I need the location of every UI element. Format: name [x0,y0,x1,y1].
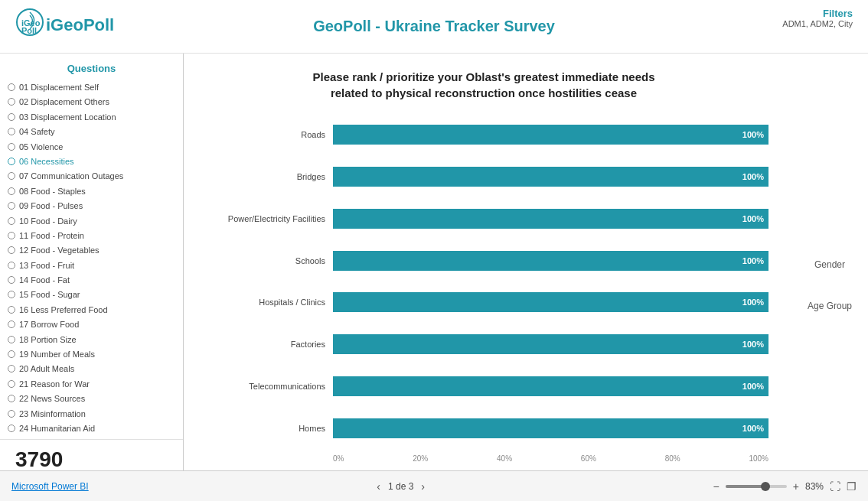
sidebar-scroll[interactable]: 01 Displacement Self02 Displacement Othe… [0,80,183,439]
sidebar-item-q22[interactable]: 22 News Sources [0,392,183,406]
header: iGeo Poll iGeoPoll GeoPoll - Ukraine Tra… [0,0,868,54]
bar-track: 100% [333,251,768,271]
radio-q06 [8,158,15,165]
x-axis-tick: 60% [581,454,596,463]
next-page-button[interactable]: › [421,480,425,493]
right-panel: Gender Age Group [791,54,868,470]
sidebar-label-q06: 06 Necessities [19,156,175,168]
sidebar-item-q21[interactable]: 21 Reason for War [0,377,183,392]
sidebar-label-q13: 13 Food - Fruit [19,260,175,272]
sidebar-label-q20: 20 Adult Meals [19,363,175,375]
bar-label: Homes [199,424,333,433]
logo: iGeo Poll iGeoPoll [15,8,114,42]
sidebar-label-q09: 09 Food - Pulses [19,200,175,212]
bar-track: 100% [333,334,768,354]
zoom-slider-fill [726,485,765,488]
bar-fill: 100% [333,418,768,438]
bar-fill: 100% [333,125,768,145]
chart-title: Please rank / prioritize your Oblast's g… [199,69,768,101]
sidebar-item-q15[interactable]: 15 Food - Sugar [0,288,183,302]
sidebar-label-q15: 15 Food - Sugar [19,289,175,301]
radio-q07 [8,172,15,180]
radio-q04 [8,128,15,135]
filters-label: Filters [782,8,853,19]
zoom-plus-button[interactable]: + [793,480,799,493]
bar-track: 100% [333,292,768,312]
bar-label: Hospitals / Clinics [199,298,333,307]
sidebar-item-q04[interactable]: 04 Safety [0,125,183,139]
radio-q20 [8,365,15,372]
sidebar-item-q20[interactable]: 20 Adult Meals [0,362,183,376]
logo-text: iGeoPoll [46,15,114,35]
sidebar-item-q05[interactable]: 05 Violence [0,140,183,155]
zoom-slider-thumb[interactable] [761,482,770,491]
x-axis-tick: 100% [749,454,768,463]
page-title: GeoPoll - Ukraine Tracker Survey [313,18,555,35]
sidebar-item-q02[interactable]: 02 Displacement Others [0,95,183,109]
radio-q05 [8,143,15,151]
sidebar-item-q08[interactable]: 08 Food - Staples [0,184,183,199]
sidebar-label-q11: 11 Food - Protein [19,230,175,242]
sidebar-label-q04: 04 Safety [19,126,175,138]
fullscreen-icon[interactable]: ❐ [847,480,857,493]
prev-page-button[interactable]: ‹ [377,480,380,493]
footer-right: − + 83% ⛶ ❐ [713,480,857,493]
sidebar-label-q12: 12 Food - Vegetables [19,245,175,256]
bar-value: 100% [742,130,768,139]
chart-container: Roads 100% Bridges 100% Power/Electricit… [199,116,768,451]
radio-q11 [8,232,15,239]
sidebar-item-q25[interactable]: 25 Aid Presence [0,436,183,439]
sidebar-item-q09[interactable]: 09 Food - Pulses [0,199,183,213]
sidebar-item-q10[interactable]: 10 Food - Dairy [0,214,183,229]
bar-label: Power/Electricity Facilities [199,214,333,223]
sidebar-label-q19: 19 Number of Meals [19,349,175,360]
sidebar-label-q16: 16 Less Preferred Food [19,304,175,316]
sidebar-label-q02: 02 Displacement Others [19,96,175,108]
bar-value: 100% [742,214,768,223]
page-info: 1 de 3 [388,481,413,492]
sidebar-item-q07[interactable]: 07 Communication Outages [0,169,183,184]
sidebar-item-q06[interactable]: 06 Necessities [0,155,183,169]
powerbi-link[interactable]: Microsoft Power BI [11,481,89,492]
radio-q13 [8,262,15,269]
sidebar: Questions 01 Displacement Self02 Displac… [0,54,184,470]
main-content: Questions 01 Displacement Self02 Displac… [0,54,868,470]
sidebar-item-q14[interactable]: 14 Food - Fat [0,273,183,288]
zoom-minus-button[interactable]: − [713,480,720,493]
radio-q09 [8,202,15,210]
bar-fill: 100% [333,334,768,354]
sidebar-item-q18[interactable]: 18 Portion Size [0,333,183,347]
sidebar-item-q13[interactable]: 13 Food - Fruit [0,259,183,273]
sidebar-label-q10: 10 Food - Dairy [19,216,175,227]
sidebar-label-q24: 24 Humanitarian Aid [19,423,175,434]
sidebar-label-q17: 17 Borrow Food [19,319,175,330]
sample-area: 3790 Sample [0,439,183,470]
x-axis-tick: 20% [413,454,428,463]
radio-q14 [8,276,15,284]
radio-q16 [8,306,15,314]
sidebar-item-q17[interactable]: 17 Borrow Food [0,317,183,332]
gender-filter-button[interactable]: Gender [814,259,845,270]
sidebar-item-q11[interactable]: 11 Food - Protein [0,229,183,243]
sidebar-item-q16[interactable]: 16 Less Preferred Food [0,303,183,317]
age-group-filter-button[interactable]: Age Group [808,301,852,311]
radio-q03 [8,113,15,121]
bar-row: Power/Electricity Facilities 100% [199,209,768,229]
zoom-slider[interactable] [726,485,787,488]
radio-q17 [8,320,15,328]
sidebar-item-q24[interactable]: 24 Humanitarian Aid [0,421,183,436]
sidebar-item-q19[interactable]: 19 Number of Meals [0,347,183,362]
bar-value: 100% [742,256,768,265]
sidebar-item-q03[interactable]: 03 Displacement Location [0,110,183,125]
bar-value: 100% [742,298,768,307]
fit-page-icon[interactable]: ⛶ [830,480,840,493]
bar-row: Factories 100% [199,334,768,354]
sidebar-item-q23[interactable]: 23 Misinformation [0,407,183,421]
bar-label: Schools [199,256,333,265]
bar-label: Roads [199,130,333,139]
radio-q24 [8,425,15,432]
bar-value: 100% [742,424,768,433]
sidebar-label-q03: 03 Displacement Location [19,112,175,123]
sidebar-item-q01[interactable]: 01 Displacement Self [0,80,183,95]
sidebar-item-q12[interactable]: 12 Food - Vegetables [0,243,183,258]
